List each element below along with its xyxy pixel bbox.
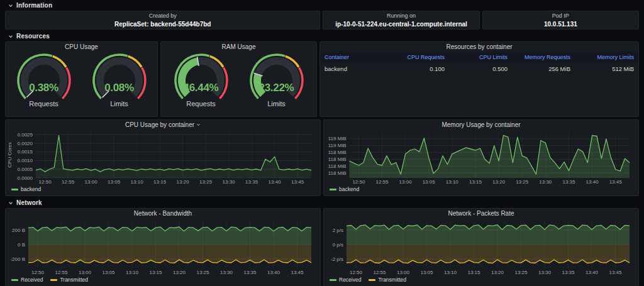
svg-text:0 p/s: 0 p/s: [333, 242, 343, 248]
svg-text:0.0020: 0.0020: [18, 141, 33, 146]
column-header-cpu-limits[interactable]: CPU Limits: [449, 54, 512, 60]
panel-title[interactable]: Resources by container: [320, 42, 638, 52]
svg-text:13:30: 13:30: [539, 179, 552, 185]
section-header-information[interactable]: Information: [5, 1, 639, 9]
panel-cpu-usage: CPU Usage 0.38% Requests 0.08% Limits: [5, 41, 158, 117]
svg-text:13:25: 13:25: [514, 270, 528, 275]
svg-text:13:45: 13:45: [291, 179, 304, 185]
chart-legend: ReceivedTransmitted: [6, 276, 320, 283]
svg-text:13:35: 13:35: [243, 270, 257, 275]
gauge-label: Limits: [84, 100, 155, 107]
svg-text:12:55: 12:55: [55, 270, 68, 275]
panel-cpu-usage-by-container: CPU Usage by container 0.00000.00050.001…: [5, 119, 321, 196]
legend-color-swatch: [330, 279, 336, 281]
panel-title[interactable]: CPU Usage by container: [6, 120, 320, 129]
svg-text:12:50: 12:50: [39, 179, 52, 185]
svg-text:13:35: 13:35: [245, 179, 258, 185]
svg-text:13:15: 13:15: [469, 179, 482, 185]
svg-text:13:10: 13:10: [126, 270, 139, 275]
panel-title[interactable]: Pod IP: [483, 12, 638, 20]
column-header-cpu-requests[interactable]: CPU Requests: [386, 54, 449, 60]
svg-text:13:45: 13:45: [291, 270, 304, 275]
svg-text:200 B: 200 B: [12, 228, 25, 233]
chevron-down-icon: [8, 3, 13, 8]
table-row: backend 0.100 0.500 256 MiB 512 MiB: [320, 63, 638, 74]
panel-network-bandwidth: Network - Bandwidth 200 B0 B-200 B12:501…: [5, 208, 321, 286]
chart-legend: backend: [6, 185, 320, 192]
cell-memory-limits: 512 MiB: [575, 65, 638, 72]
cell-cpu-limits: 0.500: [449, 65, 512, 72]
svg-text:0.0010: 0.0010: [18, 158, 33, 163]
chart-legend: ReceivedTransmitted: [324, 276, 638, 283]
column-header-memory-limits[interactable]: Memory Limits: [575, 54, 638, 60]
panel-title[interactable]: Created by: [6, 12, 319, 20]
panel-title[interactable]: Running on: [323, 12, 479, 20]
svg-text:13:00: 13:00: [85, 179, 98, 185]
panel-title[interactable]: CPU Usage: [6, 42, 157, 52]
gauge-value: 46.44%: [166, 82, 236, 94]
svg-text:13:05: 13:05: [423, 179, 436, 185]
svg-text:118 MiB: 118 MiB: [328, 163, 347, 169]
stat-value: ReplicaSet: backend-55d44b7bd: [6, 20, 319, 28]
section-title: Resources: [16, 33, 50, 40]
svg-text:CPU Cores: CPU Cores: [7, 142, 13, 167]
svg-text:13:15: 13:15: [149, 270, 162, 275]
legend-color-swatch: [11, 279, 18, 281]
svg-text:118 MiB: 118 MiB: [328, 157, 347, 162]
panel-title-text: Network - Packets Rate: [448, 210, 514, 217]
svg-text:13:05: 13:05: [102, 270, 115, 275]
gauge-value: 0.08%: [84, 82, 155, 94]
panel-title[interactable]: Memory Usage by container: [324, 120, 638, 129]
svg-text:12:55: 12:55: [375, 179, 389, 185]
legend-item[interactable]: backend: [330, 186, 359, 192]
svg-text:13:25: 13:25: [199, 179, 213, 185]
panel-title-text: Network - Bandwidth: [134, 210, 192, 217]
svg-text:13:20: 13:20: [492, 179, 506, 185]
svg-text:13:30: 13:30: [220, 270, 233, 275]
legend-item[interactable]: Transmitted: [50, 277, 88, 283]
section-header-resources[interactable]: Resources: [5, 32, 639, 40]
panel-title[interactable]: RAM Usage: [161, 42, 316, 52]
svg-text:13:35: 13:35: [562, 179, 575, 185]
panel-title[interactable]: Network - Packets Rate: [324, 209, 638, 218]
panel-title[interactable]: Network - Bandwidth: [6, 209, 320, 218]
time-series-plot[interactable]: 0.00000.00050.00100.00150.00200.002512:5…: [6, 129, 316, 185]
svg-text:13:00: 13:00: [397, 270, 410, 275]
gauge-label: Requests: [9, 100, 79, 107]
legend-item[interactable]: Transmitted: [369, 277, 406, 283]
svg-text:119 MiB: 119 MiB: [328, 143, 347, 148]
legend-color-swatch: [11, 189, 18, 190]
column-header-container[interactable]: Container: [320, 54, 386, 60]
panel-resources-by-container: Resources by container Container CPU Req…: [319, 41, 639, 117]
svg-text:0.0025: 0.0025: [18, 132, 33, 138]
svg-text:0.0005: 0.0005: [18, 167, 33, 172]
svg-text:-2 p/s: -2 p/s: [331, 256, 343, 262]
gauge-ram-limits: 23.22% Limits: [242, 52, 312, 107]
dashboard: Information Created by ReplicaSet: backe…: [0, 0, 644, 286]
gauge-ram-requests: 46.44% Requests: [166, 52, 236, 107]
svg-text:12:50: 12:50: [350, 270, 363, 275]
chevron-down-icon: [8, 34, 13, 39]
column-header-memory-requests[interactable]: Memory Requests: [512, 54, 575, 60]
gauge-value: 23.22%: [242, 82, 312, 94]
time-series-plot[interactable]: 2 p/s0 p/s-2 p/s12:5012:5513:0013:0513:1…: [324, 218, 635, 276]
panel-running-on: Running on ip-10-0-51-224.eu-central-1.c…: [323, 11, 479, 30]
svg-text:119 MiB: 119 MiB: [328, 136, 347, 141]
svg-text:13:00: 13:00: [399, 179, 413, 185]
stat-value: 10.0.51.131: [483, 20, 638, 28]
legend-color-swatch: [369, 279, 375, 281]
legend-item[interactable]: Received: [11, 277, 43, 283]
cell-memory-requests: 256 MiB: [512, 65, 575, 72]
time-series-plot[interactable]: 118 MiB118 MiB118 MiB118 MiB119 MiB119 M…: [324, 129, 635, 185]
time-series-plot[interactable]: 200 B0 B-200 B12:5012:5513:0013:0513:101…: [6, 218, 316, 276]
svg-text:13:10: 13:10: [446, 179, 459, 185]
svg-text:12:50: 12:50: [352, 179, 365, 185]
svg-text:13:15: 13:15: [467, 270, 480, 275]
gauge-label: Requests: [166, 100, 236, 107]
section-header-network[interactable]: Network: [5, 199, 639, 207]
legend-item[interactable]: Received: [330, 277, 361, 283]
svg-text:13:35: 13:35: [562, 270, 575, 275]
panel-menu-caret-icon[interactable]: [196, 120, 201, 129]
legend-item[interactable]: backend: [11, 186, 41, 192]
gauge-cpu-limits: 0.08% Limits: [84, 52, 155, 107]
